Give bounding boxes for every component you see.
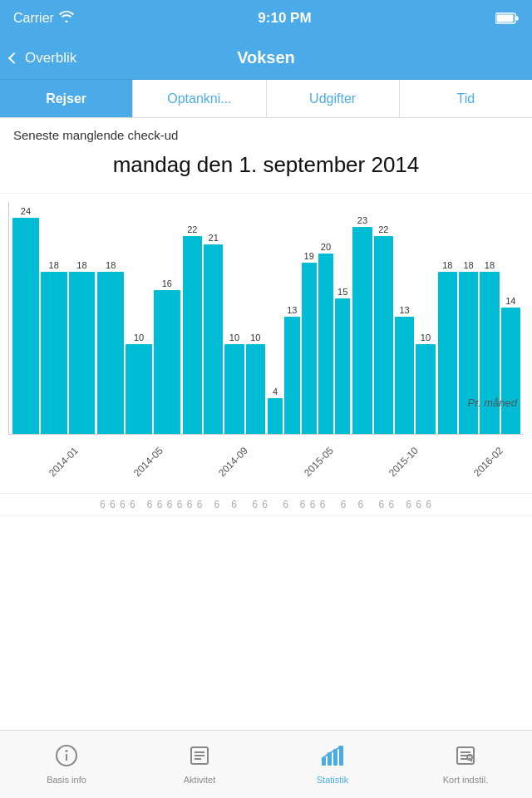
bar-value-label: 19 (304, 251, 314, 261)
bar-wrap: 21 (204, 233, 223, 434)
x-label-group: 2014-01 (12, 438, 95, 485)
checkout-section: Seneste manglende check-ud mandag den 1.… (0, 118, 532, 194)
bar-wrap: 19 (302, 251, 317, 434)
x-axis-label: 2014-05 (131, 445, 185, 499)
bar-wrap: 10 (246, 332, 265, 434)
bar-value-label: 24 (21, 206, 31, 216)
bar-value-label: 18 (442, 260, 452, 270)
checkout-date: mandag den 1. september 2014 (13, 145, 519, 188)
x-axis-label: 2015-10 (387, 445, 441, 499)
back-button[interactable]: Overblik (10, 50, 76, 66)
wifi-icon (59, 11, 74, 26)
bar-value-label: 4 (273, 387, 278, 397)
aktivitet-icon (188, 744, 211, 771)
bar-value-label: 16 (162, 278, 172, 288)
bar-group-2014-05: 181016 (97, 260, 180, 434)
bar (268, 398, 283, 434)
bar-value-label: 13 (287, 305, 297, 315)
bottom-tab-aktivitet[interactable]: Aktivitet (133, 731, 266, 798)
bottom-tab-bar: Basis info Aktivitet Statistik (0, 730, 532, 798)
nav-bar: Overblik Voksen (0, 37, 532, 80)
bar-value-label: 10 (134, 332, 144, 342)
svg-rect-2 (515, 17, 518, 21)
bar-wrap: 22 (374, 224, 393, 434)
chart-container: 2418181810162221101041319201523221310181… (0, 194, 532, 493)
bar (154, 290, 180, 434)
bar-value-label: 23 (357, 215, 367, 225)
bar-wrap: 16 (154, 278, 180, 434)
bar (69, 272, 96, 434)
bar (501, 308, 520, 434)
x-axis-label: 2014-01 (47, 445, 101, 499)
x-axis-label: 2015-05 (302, 445, 356, 499)
bar (224, 344, 244, 434)
pr-maaned-label: Pr. måned (468, 397, 518, 409)
svg-point-20 (467, 755, 472, 760)
statistik-icon (320, 744, 345, 771)
bar-wrap: 20 (318, 242, 333, 434)
bar-value-label: 10 (250, 332, 260, 342)
bar (416, 344, 435, 434)
checkout-label: Seneste manglende check-ud (13, 128, 519, 142)
x-axis-label: 2014-09 (216, 445, 270, 499)
bar (480, 272, 499, 434)
svg-point-5 (66, 750, 68, 752)
bar-group-2014-01: 241818 (12, 206, 95, 434)
statistik-label: Statistik (317, 775, 349, 785)
svg-point-14 (338, 746, 342, 749)
bottom-tab-basis-info[interactable]: Basis info (0, 731, 133, 798)
bar-chart: 2418181810162221101041319201523221310181… (8, 202, 524, 435)
kort-indstil-icon (454, 744, 477, 771)
x-label-group: 2014-05 (97, 438, 180, 485)
basis-info-label: Basis info (47, 775, 86, 785)
bottom-tab-statistik[interactable]: Statistik (266, 731, 399, 798)
bar-wrap: 10 (126, 332, 152, 434)
bar-value-label: 18 (485, 260, 495, 270)
bar-value-label: 22 (378, 224, 388, 234)
bar-wrap: 23 (352, 215, 372, 434)
bar (12, 218, 39, 434)
status-bar: Carrier 9:10 PM (0, 0, 532, 37)
bar-value-label: 10 (229, 332, 239, 342)
bar-wrap: 18 (69, 260, 96, 434)
bar (318, 254, 333, 434)
tab-optankning[interactable]: Optankni... (133, 80, 266, 117)
bar-group-2015-10: 23221310 (352, 215, 435, 434)
bar-wrap: 18 (97, 260, 124, 434)
bar-value-label: 21 (209, 233, 219, 243)
bar-value-label: 18 (106, 260, 116, 270)
bar-group-2014-09: 22211010 (183, 224, 265, 434)
bar-wrap: 22 (183, 224, 202, 434)
info-icon (55, 744, 78, 771)
bottom-tab-kort-indstil[interactable]: Kort indstil. (399, 731, 532, 798)
tab-rejser[interactable]: Rejser (0, 80, 133, 117)
bar (97, 272, 124, 434)
bar-wrap: 14 (501, 296, 520, 434)
x-label-group: 2015-05 (268, 438, 350, 485)
chevron-left-icon (8, 52, 20, 63)
bar-value-label: 18 (76, 260, 86, 270)
bar-group-2015-05: 413192015 (268, 242, 350, 434)
x-label-group: 2016-02 (438, 438, 520, 485)
bar-value-label: 20 (321, 242, 331, 252)
bar (302, 263, 317, 434)
top-tab-bar: Rejser Optankni... Udgifter Tid (0, 80, 532, 118)
bar-value-label: 15 (337, 287, 347, 297)
pagination-row: 6 6 6 6 6 6 6 6 6 6 6 6 6 6 6 6 6 6 6 6 … (0, 493, 532, 516)
bar-wrap: 18 (41, 260, 67, 434)
x-label-group: 2014-09 (183, 438, 265, 485)
bar (284, 317, 299, 434)
bar-wrap: 18 (438, 260, 457, 434)
bar (246, 344, 265, 434)
bar-wrap: 13 (395, 305, 414, 434)
kort-indstil-label: Kort indstil. (443, 775, 488, 785)
bar (126, 344, 152, 434)
status-time: 9:10 PM (258, 10, 311, 27)
back-label: Overblik (25, 50, 76, 66)
bar-value-label: 10 (421, 332, 431, 342)
carrier-label: Carrier (13, 11, 54, 26)
tab-udgifter[interactable]: Udgifter (267, 80, 400, 117)
x-axis-labels: 2014-012014-052014-092015-052015-102016-… (8, 435, 524, 485)
bar-wrap: 13 (284, 305, 299, 434)
tab-tid[interactable]: Tid (400, 80, 532, 117)
